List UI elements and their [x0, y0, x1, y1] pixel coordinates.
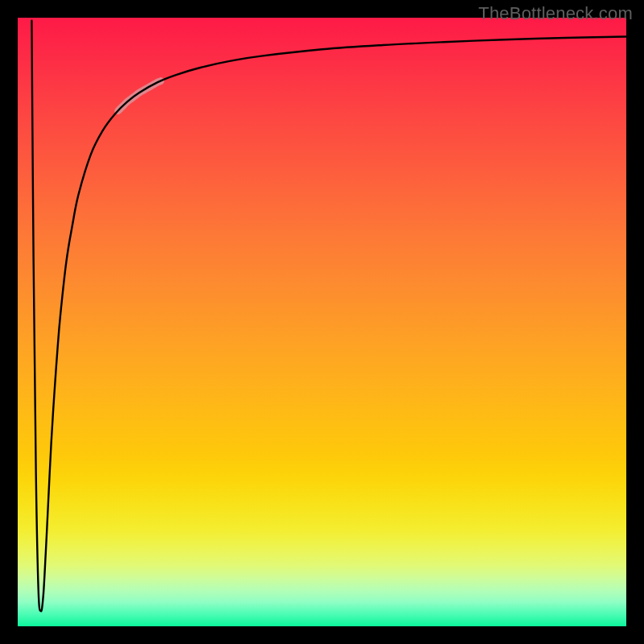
curve-highlight-segment [118, 81, 161, 111]
watermark-text: TheBottleneck.com [478, 3, 633, 24]
plot-area [18, 18, 626, 626]
chart-frame: TheBottleneck.com [0, 0, 644, 644]
curve-svg [18, 18, 626, 626]
